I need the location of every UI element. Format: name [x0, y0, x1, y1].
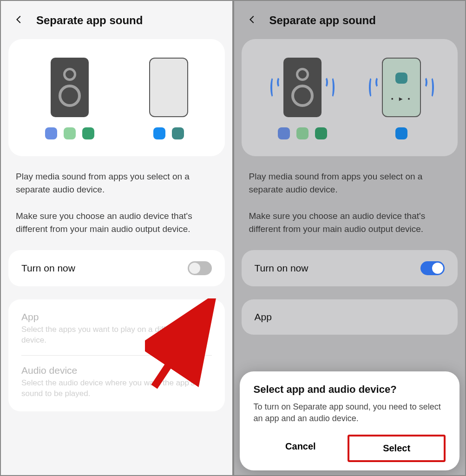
app-row[interactable]: App — [255, 302, 445, 332]
speaker-app-dots — [45, 127, 94, 139]
speaker-icon — [51, 58, 89, 117]
speaker-icon — [283, 58, 322, 117]
description-line-2: Make sure you choose an audio device tha… — [1, 206, 232, 239]
turn-on-now-row[interactable]: Turn on now — [242, 250, 458, 286]
phone-app-dots — [395, 127, 407, 139]
sound-wave-icon — [322, 77, 335, 98]
phone-device-icon — [149, 58, 188, 117]
phone-device-icon: ▪ ▸ ▪ — [382, 58, 421, 117]
settings-list: App Select the apps you want to play on … — [8, 299, 225, 411]
app-row: App Select the apps you want to play on … — [21, 302, 212, 355]
cancel-button[interactable]: Cancel — [254, 435, 348, 462]
page-title: Separate app sound — [36, 14, 143, 27]
sound-wave-icon — [369, 77, 382, 98]
app-row-subtitle: Select the apps you want to play on a di… — [21, 324, 212, 346]
settings-list: App — [242, 299, 458, 335]
sound-wave-icon — [421, 77, 434, 98]
description-line-2: Make sure you choose an audio device tha… — [234, 206, 466, 239]
header: Separate app sound — [1, 1, 232, 35]
illustration-card: ▪ ▸ ▪ — [242, 39, 458, 156]
screenshot-right: Separate app sound — [233, 0, 466, 476]
header: Separate app sound — [234, 1, 466, 35]
description-line-1: Play media sound from apps you select on… — [234, 166, 466, 199]
illustration-card — [8, 39, 225, 156]
app-row-title: App — [21, 311, 212, 323]
sound-wave-icon — [270, 77, 283, 98]
app-row-title: App — [255, 311, 445, 323]
turn-on-now-toggle[interactable] — [420, 261, 445, 275]
screenshot-left: Separate app sound — [0, 0, 233, 476]
back-icon[interactable] — [14, 14, 24, 26]
turn-on-now-label: Turn on now — [255, 263, 308, 274]
page-title: Separate app sound — [269, 14, 376, 27]
speaker-app-dots — [278, 127, 327, 139]
audio-device-row-title: Audio device — [21, 365, 212, 376]
turn-on-now-toggle[interactable] — [188, 261, 212, 275]
select-dialog: Select app and audio device? To turn on … — [240, 371, 460, 470]
back-icon[interactable] — [247, 14, 257, 26]
select-button[interactable]: Select — [348, 435, 446, 462]
phone-app-dots — [153, 127, 184, 139]
audio-device-row: Audio device Select the audio device whe… — [21, 355, 212, 409]
audio-device-row-subtitle: Select the audio device where you want t… — [21, 378, 212, 399]
turn-on-now-label: Turn on now — [21, 263, 75, 274]
turn-on-now-row[interactable]: Turn on now — [8, 250, 225, 286]
dialog-title: Select app and audio device? — [254, 383, 446, 396]
dialog-body: To turn on Separate app sound, you need … — [254, 401, 446, 424]
description-line-1: Play media sound from apps you select on… — [1, 166, 232, 199]
